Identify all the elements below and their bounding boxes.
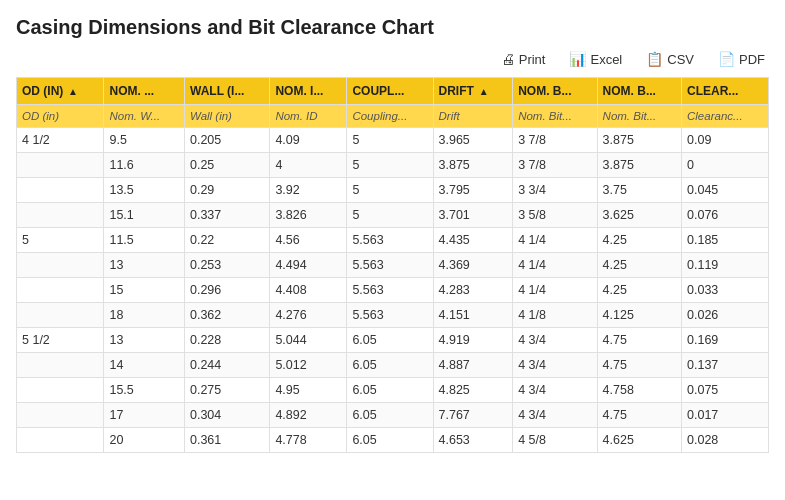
excel-button[interactable]: Excel — [565, 49, 626, 69]
column-header-drift[interactable]: DRIFT ▲ — [433, 78, 513, 105]
cell-wall: 0.228 — [184, 328, 269, 353]
cell-nom_w: 15.5 — [104, 378, 185, 403]
sort-arrow-drift: ▲ — [476, 86, 489, 97]
cell-nom_w: 15 — [104, 278, 185, 303]
cell-wall: 0.296 — [184, 278, 269, 303]
cell-coupl: 5 — [347, 178, 433, 203]
column-header-wall[interactable]: WALL (I... — [184, 78, 269, 105]
cell-od_in — [17, 428, 104, 453]
cell-nom_b2: 4.75 — [597, 353, 681, 378]
cell-wall: 0.304 — [184, 403, 269, 428]
cell-od_in — [17, 303, 104, 328]
cell-drift: 3.795 — [433, 178, 513, 203]
cell-coupl: 6.05 — [347, 328, 433, 353]
table-row: 170.3044.8926.057.7674 3/44.750.017 — [17, 403, 769, 428]
table-row: 140.2445.0126.054.8874 3/44.750.137 — [17, 353, 769, 378]
column-header-od_in[interactable]: OD (IN) ▲ — [17, 78, 104, 105]
cell-nom_w: 18 — [104, 303, 185, 328]
cell-nom_b2: 4.625 — [597, 428, 681, 453]
column-subheader-wall: Wall (in) — [184, 105, 269, 128]
cell-wall: 0.22 — [184, 228, 269, 253]
cell-wall: 0.362 — [184, 303, 269, 328]
cell-wall: 0.25 — [184, 153, 269, 178]
cell-coupl: 6.05 — [347, 428, 433, 453]
column-header-nom_w[interactable]: NOM. ... — [104, 78, 185, 105]
cell-od_in: 5 — [17, 228, 104, 253]
cell-nom_b2: 4.25 — [597, 228, 681, 253]
cell-clear: 0.137 — [682, 353, 769, 378]
pdf-button[interactable]: PDF — [714, 49, 769, 69]
column-subheader-nom_id: Nom. ID — [270, 105, 347, 128]
cell-nom_b1: 3 7/8 — [513, 153, 597, 178]
cell-nom_b2: 4.75 — [597, 328, 681, 353]
cell-clear: 0.075 — [682, 378, 769, 403]
column-subheader-nom_b2: Nom. Bit... — [597, 105, 681, 128]
cell-clear: 0.017 — [682, 403, 769, 428]
cell-drift: 4.887 — [433, 353, 513, 378]
cell-nom_id: 4.09 — [270, 128, 347, 153]
cell-drift: 7.767 — [433, 403, 513, 428]
table-row: 150.2964.4085.5634.2834 1/44.250.033 — [17, 278, 769, 303]
cell-nom_b1: 3 3/4 — [513, 178, 597, 203]
csv-button[interactable]: CSV — [642, 49, 698, 69]
cell-od_in — [17, 153, 104, 178]
column-header-nom_id[interactable]: NOM. I... — [270, 78, 347, 105]
cell-nom_w: 11.5 — [104, 228, 185, 253]
table-row: 13.50.293.9253.7953 3/43.750.045 — [17, 178, 769, 203]
cell-clear: 0.185 — [682, 228, 769, 253]
cell-od_in — [17, 178, 104, 203]
cell-clear: 0.028 — [682, 428, 769, 453]
cell-nom_b2: 4.25 — [597, 253, 681, 278]
cell-wall: 0.253 — [184, 253, 269, 278]
cell-nom_b2: 4.75 — [597, 403, 681, 428]
cell-od_in — [17, 378, 104, 403]
cell-nom_b2: 3.875 — [597, 128, 681, 153]
cell-drift: 4.653 — [433, 428, 513, 453]
cell-coupl: 5 — [347, 153, 433, 178]
table-row: 5 1/2130.2285.0446.054.9194 3/44.750.169 — [17, 328, 769, 353]
excel-icon — [569, 51, 586, 67]
cell-nom_b2: 4.758 — [597, 378, 681, 403]
cell-wall: 0.275 — [184, 378, 269, 403]
cell-clear: 0.045 — [682, 178, 769, 203]
cell-od_in — [17, 203, 104, 228]
column-subheader-od_in: OD (in) — [17, 105, 104, 128]
table-header: OD (IN) ▲NOM. ...WALL (I...NOM. I...COUP… — [17, 78, 769, 105]
table-row: 15.50.2754.956.054.8254 3/44.7580.075 — [17, 378, 769, 403]
cell-nom_id: 4.56 — [270, 228, 347, 253]
column-subheader-clear: Clearanc... — [682, 105, 769, 128]
column-header-nom_b1[interactable]: NOM. B... — [513, 78, 597, 105]
cell-nom_b1: 4 3/4 — [513, 378, 597, 403]
cell-drift: 4.825 — [433, 378, 513, 403]
column-subheader-drift: Drift — [433, 105, 513, 128]
cell-nom_b1: 3 7/8 — [513, 128, 597, 153]
cell-nom_id: 5.012 — [270, 353, 347, 378]
cell-clear: 0.169 — [682, 328, 769, 353]
cell-drift: 4.919 — [433, 328, 513, 353]
print-button[interactable]: Print — [497, 49, 550, 69]
cell-nom_w: 13 — [104, 253, 185, 278]
table-row: 130.2534.4945.5634.3694 1/44.250.119 — [17, 253, 769, 278]
cell-od_in: 4 1/2 — [17, 128, 104, 153]
cell-wall: 0.361 — [184, 428, 269, 453]
page-title: Casing Dimensions and Bit Clearance Char… — [16, 16, 769, 39]
table-row: 200.3614.7786.054.6534 5/84.6250.028 — [17, 428, 769, 453]
column-header-nom_b2[interactable]: NOM. B... — [597, 78, 681, 105]
cell-drift: 3.701 — [433, 203, 513, 228]
cell-nom_id: 4.778 — [270, 428, 347, 453]
column-header-clear[interactable]: CLEAR... — [682, 78, 769, 105]
cell-nom_id: 4.892 — [270, 403, 347, 428]
cell-nom_id: 4 — [270, 153, 347, 178]
table-row: 11.60.25453.8753 7/83.8750 — [17, 153, 769, 178]
cell-od_in — [17, 278, 104, 303]
column-header-coupl[interactable]: COUPL... — [347, 78, 433, 105]
cell-nom_b1: 4 1/8 — [513, 303, 597, 328]
cell-coupl: 5.563 — [347, 228, 433, 253]
cell-od_in — [17, 253, 104, 278]
cell-od_in — [17, 353, 104, 378]
cell-nom_b2: 3.75 — [597, 178, 681, 203]
cell-clear: 0.119 — [682, 253, 769, 278]
cell-clear: 0 — [682, 153, 769, 178]
cell-coupl: 5 — [347, 128, 433, 153]
cell-coupl: 5 — [347, 203, 433, 228]
